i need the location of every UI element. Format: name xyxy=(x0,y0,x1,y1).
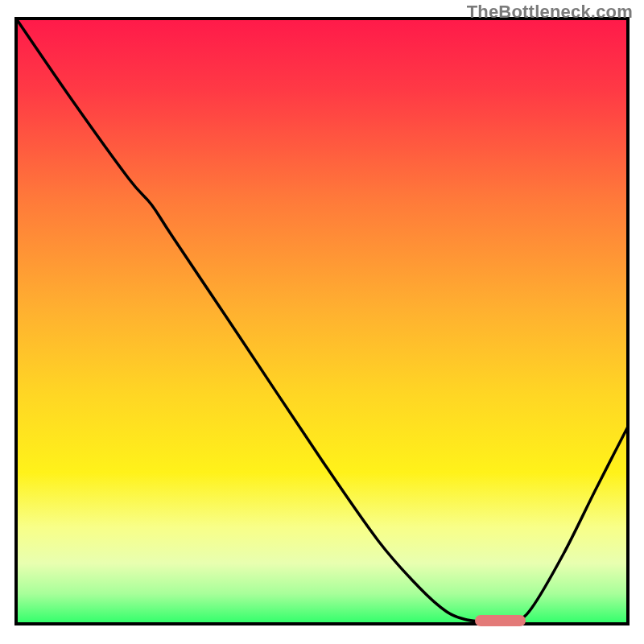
plot-area xyxy=(16,19,628,624)
chart-container: TheBottleneck.com xyxy=(0,0,644,644)
chart-svg xyxy=(0,0,644,644)
watermark-text: TheBottleneck.com xyxy=(467,2,633,23)
